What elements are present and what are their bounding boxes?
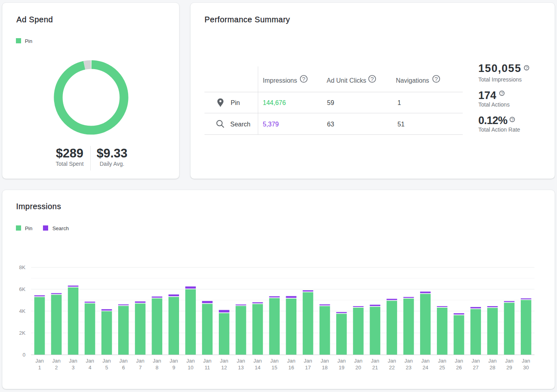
svg-text:16: 16 bbox=[288, 365, 294, 371]
svg-text:Jan: Jan bbox=[220, 358, 228, 364]
svg-text:Jan: Jan bbox=[35, 358, 44, 364]
svg-text:Jan: Jan bbox=[354, 358, 362, 364]
svg-text:6K: 6K bbox=[19, 286, 25, 292]
svg-text:8: 8 bbox=[156, 365, 158, 371]
svg-text:Jan: Jan bbox=[405, 358, 413, 364]
svg-text:5: 5 bbox=[105, 365, 108, 371]
svg-text:21: 21 bbox=[372, 365, 378, 371]
svg-text:6: 6 bbox=[122, 365, 125, 371]
svg-text:25: 25 bbox=[439, 365, 445, 371]
svg-text:3: 3 bbox=[72, 365, 74, 371]
svg-text:4: 4 bbox=[88, 365, 91, 371]
svg-text:Jan: Jan bbox=[371, 358, 379, 364]
svg-text:Jan: Jan bbox=[119, 358, 128, 364]
svg-text:?: ? bbox=[511, 117, 514, 122]
svg-text:17: 17 bbox=[305, 365, 311, 371]
svg-text:?: ? bbox=[370, 76, 374, 82]
svg-text:Jan: Jan bbox=[52, 358, 60, 364]
svg-text:0: 0 bbox=[23, 352, 25, 358]
svg-text:28: 28 bbox=[490, 365, 495, 371]
svg-text:Jan: Jan bbox=[388, 358, 396, 364]
svg-text:Jan: Jan bbox=[237, 358, 245, 364]
svg-text:29: 29 bbox=[506, 365, 512, 371]
svg-text:Jan: Jan bbox=[488, 358, 497, 364]
svg-text:Jan: Jan bbox=[304, 358, 312, 364]
svg-text:Jan: Jan bbox=[153, 358, 161, 364]
svg-text:4K: 4K bbox=[19, 308, 25, 314]
svg-text:Jan: Jan bbox=[86, 358, 94, 364]
svg-text:12: 12 bbox=[221, 365, 227, 371]
svg-text:?: ? bbox=[434, 76, 438, 82]
svg-text:19: 19 bbox=[339, 365, 344, 371]
svg-text:2K: 2K bbox=[19, 330, 25, 336]
svg-text:Jan: Jan bbox=[253, 358, 262, 364]
svg-text:Jan: Jan bbox=[203, 358, 212, 364]
svg-text:Jan: Jan bbox=[321, 358, 329, 364]
svg-text:23: 23 bbox=[406, 365, 411, 371]
svg-text:11: 11 bbox=[204, 365, 210, 371]
svg-text:10: 10 bbox=[188, 365, 193, 371]
svg-text:Jan: Jan bbox=[438, 358, 446, 364]
svg-text:8K: 8K bbox=[19, 264, 25, 270]
svg-text:22: 22 bbox=[389, 365, 395, 371]
svg-text:14: 14 bbox=[255, 365, 260, 371]
svg-text:Jan: Jan bbox=[103, 358, 111, 364]
svg-text:Jan: Jan bbox=[270, 358, 278, 364]
svg-text:7: 7 bbox=[139, 365, 142, 371]
svg-text:?: ? bbox=[501, 91, 503, 96]
svg-text:Jan: Jan bbox=[455, 358, 463, 364]
svg-text:Jan: Jan bbox=[169, 358, 178, 364]
svg-text:Jan: Jan bbox=[69, 358, 77, 364]
svg-text:?: ? bbox=[525, 65, 528, 70]
svg-text:Jan: Jan bbox=[287, 358, 295, 364]
svg-text:13: 13 bbox=[238, 365, 243, 371]
svg-text:Jan: Jan bbox=[136, 358, 144, 364]
svg-text:20: 20 bbox=[355, 365, 361, 371]
svg-text:?: ? bbox=[302, 76, 306, 82]
svg-text:30: 30 bbox=[523, 365, 529, 371]
svg-text:Jan: Jan bbox=[471, 358, 480, 364]
svg-text:18: 18 bbox=[322, 365, 327, 371]
svg-text:15: 15 bbox=[271, 365, 277, 371]
svg-text:Jan: Jan bbox=[337, 358, 346, 364]
svg-text:2: 2 bbox=[55, 365, 58, 371]
svg-text:Jan: Jan bbox=[522, 358, 530, 364]
svg-text:9: 9 bbox=[172, 365, 175, 371]
svg-text:Jan: Jan bbox=[421, 358, 430, 364]
svg-text:Jan: Jan bbox=[186, 358, 195, 364]
svg-text:27: 27 bbox=[473, 365, 478, 371]
svg-text:24: 24 bbox=[423, 365, 428, 371]
svg-text:Jan: Jan bbox=[505, 358, 514, 364]
svg-text:1: 1 bbox=[38, 365, 41, 371]
svg-text:26: 26 bbox=[456, 365, 462, 371]
